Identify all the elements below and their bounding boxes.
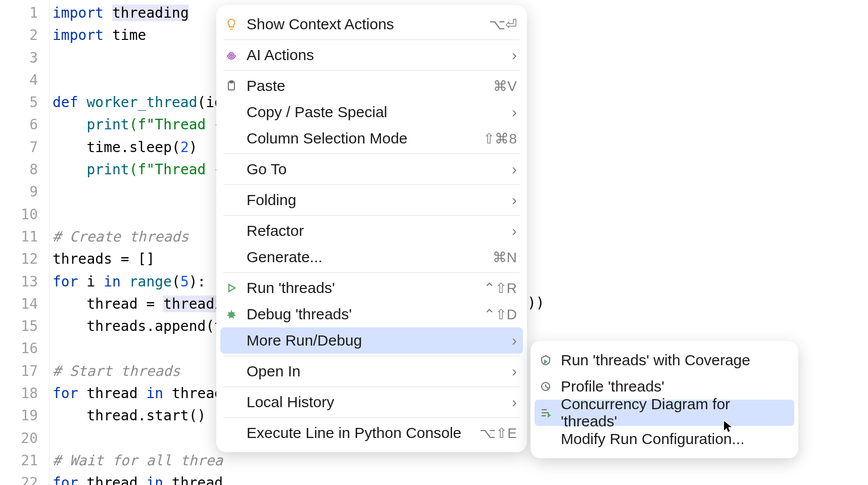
menu-shortcut: ⌃⇧D: [484, 306, 517, 323]
menu-label: Paste: [247, 77, 493, 94]
menu-divider: [223, 39, 520, 40]
line-number: 3: [0, 47, 49, 69]
submenu-item-modify-config[interactable]: Modify Run Configuration...: [531, 426, 798, 452]
menu-label: More Run/Debug: [247, 332, 512, 349]
line-number: 17: [0, 360, 49, 382]
menu-label: Profile 'threads': [561, 378, 788, 395]
submenu-item-concurrency-diagram[interactable]: Concurrency Diagram for 'threads': [535, 400, 794, 426]
line-number: 8: [0, 159, 49, 181]
line-number: 22: [0, 472, 49, 485]
menu-label: Modify Run Configuration...: [561, 430, 788, 448]
menu-shortcut: ⌘N: [493, 249, 517, 266]
blank-icon: [539, 432, 553, 446]
menu-label: Run 'threads' with Coverage: [561, 352, 788, 369]
line-number: 4: [0, 69, 49, 91]
blank-icon: [224, 426, 238, 440]
menu-label: Refactor: [247, 222, 512, 239]
menu-label: Local History: [247, 394, 512, 411]
line-number: 13: [0, 271, 49, 293]
chevron-right-icon: ›: [512, 363, 517, 380]
menu-item-paste[interactable]: Paste ⌘V: [216, 73, 527, 99]
menu-divider: [223, 272, 520, 273]
menu-shortcut: ⇧⌘8: [483, 130, 517, 147]
blank-icon: [224, 105, 238, 119]
chevron-right-icon: ›: [512, 46, 517, 64]
chevron-right-icon: ›: [512, 104, 517, 121]
blank-icon: [224, 224, 238, 238]
menu-label: Generate...: [247, 249, 493, 266]
menu-label: Folding: [247, 191, 512, 209]
menu-divider: [223, 70, 520, 71]
menu-item-go-to[interactable]: Go To ›: [216, 156, 527, 182]
menu-label: Go To: [247, 161, 512, 178]
line-number: 14: [0, 293, 49, 315]
line-number: 16: [0, 337, 49, 360]
chevron-right-icon: ›: [512, 161, 517, 178]
menu-item-generate[interactable]: Generate... ⌘N: [216, 244, 527, 270]
gutter: 1 2 3 4 5 6 7 8 9 10 11 12 13 14 15 16 1…: [0, 0, 50, 485]
run-icon: [224, 281, 238, 295]
chevron-right-icon: ›: [512, 222, 517, 239]
menu-label: Open In: [247, 363, 512, 380]
menu-divider: [223, 184, 520, 185]
line-number: 6: [0, 114, 49, 136]
line-number: 21: [0, 450, 49, 472]
blank-icon: [224, 193, 238, 207]
menu-item-refactor[interactable]: Refactor ›: [216, 218, 527, 244]
blank-icon: [224, 162, 238, 176]
editor-context-menu: Show Context Actions ⌥⏎ AI Actions › Pas…: [216, 5, 527, 452]
menu-shortcut: ⌘V: [493, 78, 517, 94]
code-line[interactable]: for thread in thread: [53, 472, 868, 485]
bulb-icon: [224, 17, 238, 31]
menu-item-more-run-debug[interactable]: More Run/Debug ›: [220, 327, 523, 354]
line-number: 7: [0, 136, 49, 159]
menu-label: Debug 'threads': [247, 306, 484, 323]
menu-item-open-in[interactable]: Open In ›: [216, 358, 527, 384]
coverage-icon: [539, 353, 553, 367]
chevron-right-icon: ›: [512, 394, 517, 411]
menu-item-folding[interactable]: Folding ›: [216, 187, 527, 213]
blank-icon: [224, 131, 238, 146]
line-number: 2: [0, 24, 49, 46]
menu-label: Column Selection Mode: [247, 130, 483, 147]
line-number: 11: [0, 226, 49, 248]
blank-icon: [224, 333, 238, 348]
line-number: 10: [0, 204, 49, 226]
menu-item-column-selection[interactable]: Column Selection Mode ⇧⌘8: [216, 125, 527, 152]
menu-divider: [223, 356, 520, 356]
blank-icon: [224, 364, 238, 378]
menu-divider: [223, 386, 520, 387]
line-number: 5: [0, 91, 49, 114]
line-number: 18: [0, 382, 49, 405]
menu-item-local-history[interactable]: Local History ›: [216, 389, 527, 415]
menu-divider: [223, 417, 520, 418]
profile-icon: [539, 379, 553, 394]
ai-spiral-icon: [224, 48, 238, 62]
line-number: 9: [0, 181, 49, 203]
menu-label: AI Actions: [247, 46, 512, 64]
menu-shortcut: ⌥⇧E: [479, 425, 517, 442]
menu-item-debug[interactable]: Debug 'threads' ⌃⇧D: [216, 301, 527, 327]
menu-label: Concurrency Diagram for 'threads': [561, 396, 788, 430]
line-number: 12: [0, 248, 49, 270]
menu-item-show-context-actions[interactable]: Show Context Actions ⌥⏎: [216, 11, 527, 37]
menu-item-copy-paste-special[interactable]: Copy / Paste Special ›: [216, 99, 527, 125]
menu-shortcut: ⌥⏎: [489, 16, 517, 33]
menu-shortcut: ⌃⇧R: [484, 280, 517, 297]
line-number: 1: [0, 2, 49, 24]
menu-item-ai-actions[interactable]: AI Actions ›: [216, 42, 527, 68]
menu-divider: [223, 154, 520, 154]
menu-label: Copy / Paste Special: [247, 104, 512, 121]
line-number: 20: [0, 427, 49, 450]
menu-label: Show Context Actions: [247, 16, 489, 33]
chevron-right-icon: ›: [512, 191, 517, 209]
menu-label: Run 'threads': [247, 279, 484, 297]
clipboard-icon: [224, 79, 238, 93]
bug-icon: [224, 307, 238, 321]
line-number: 15: [0, 315, 49, 337]
submenu-item-run-coverage[interactable]: Run 'threads' with Coverage: [531, 347, 798, 373]
line-number: 19: [0, 405, 49, 427]
menu-divider: [223, 215, 520, 216]
menu-item-run[interactable]: Run 'threads' ⌃⇧R: [216, 275, 527, 301]
menu-item-execute-console[interactable]: Execute Line in Python Console ⌥⇧E: [216, 420, 527, 446]
